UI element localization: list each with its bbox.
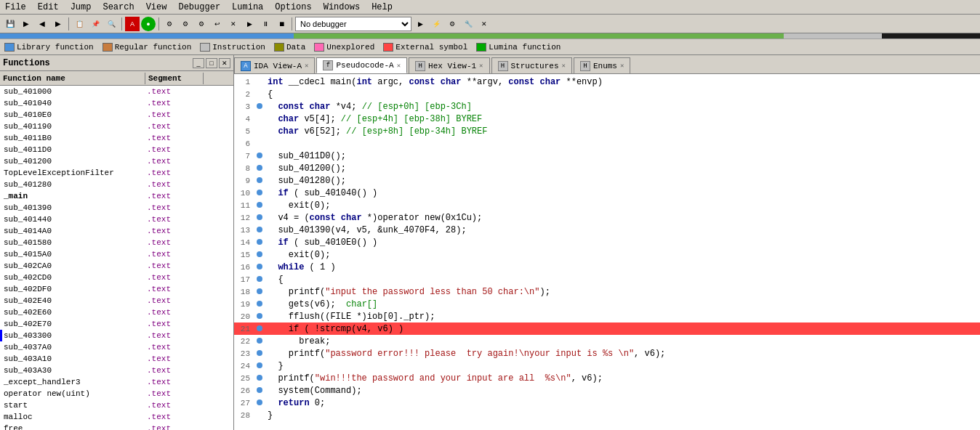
panel-close[interactable]: ✕ [219, 58, 230, 68]
tab-ida-view-a[interactable]: AIDA View-A✕ [234, 57, 315, 73]
function-row[interactable]: sub_4010E0.text [0, 109, 233, 121]
menu-help[interactable]: Help [369, 1, 395, 13]
function-row[interactable]: sub_401040.text [0, 97, 233, 109]
toolbar-btn-step[interactable]: ⚙ [162, 17, 177, 31]
tab-close-btn[interactable]: ✕ [620, 62, 624, 70]
code-line[interactable]: 5 char v6[52]; // [esp+8h] [ebp-34h] BYR… [234, 125, 980, 137]
function-row[interactable]: sub_401200.text [0, 155, 233, 167]
toolbar-debug-btn2[interactable]: ⚡ [429, 17, 443, 31]
code-line[interactable]: 17 { [234, 273, 980, 285]
code-line[interactable]: 10 if ( sub_401040() ) [234, 187, 980, 199]
tab-structures[interactable]: HStructures✕ [491, 57, 572, 73]
function-row[interactable]: malloc.text [0, 411, 233, 423]
function-row[interactable]: free.text [0, 423, 233, 430]
function-row[interactable]: sub_403A30.text [0, 365, 233, 376]
toolbar-btn-fwd[interactable]: ▶ [51, 17, 65, 31]
debugger-select[interactable]: No debugger [295, 17, 411, 31]
code-line[interactable]: 20 fflush((FILE *)iob[0]._ptr); [234, 310, 980, 322]
code-line[interactable]: 1int __cdecl main(int argc, const char *… [234, 76, 980, 88]
menu-debugger[interactable]: Debugger [176, 1, 222, 13]
tab-close-btn[interactable]: ✕ [397, 62, 401, 70]
tab-pseudocode-a[interactable]: fPseudocode-A✕ [316, 57, 407, 73]
code-line[interactable]: 22 break; [234, 335, 980, 347]
toolbar-btn-green[interactable]: ● [141, 17, 156, 31]
code-line[interactable]: 24 } [234, 360, 980, 372]
code-line[interactable]: 27 return 0; [234, 397, 980, 409]
panel-restore[interactable]: □ [206, 58, 217, 68]
function-row[interactable]: sub_401440.text [0, 214, 233, 225]
code-line[interactable]: 16 while ( 1 ) [234, 261, 980, 273]
functions-list[interactable]: sub_401000.textsub_401040.textsub_4010E0… [0, 86, 233, 430]
tab-close-btn[interactable]: ✕ [305, 62, 308, 70]
toolbar-btn-back[interactable]: ◀ [35, 17, 49, 31]
function-row[interactable]: sub_4015A0.text [0, 248, 233, 260]
toolbar-btn-1[interactable]: 💾 [3, 17, 17, 31]
code-line[interactable]: 2{ [234, 88, 980, 100]
code-line[interactable]: 13 sub_401390(v4, v5, &unk_4070F4, 28); [234, 224, 980, 236]
code-line[interactable]: 23 printf("password error!!! please try … [234, 347, 980, 360]
code-line[interactable]: 14 if ( sub_4010E0() ) [234, 236, 980, 248]
tab-hex-view-1[interactable]: HHex View-1✕ [409, 57, 489, 73]
code-line[interactable]: 12 v4 = (const char *)operator new(0x1Cu… [234, 211, 980, 224]
menu-file[interactable]: File [3, 1, 28, 13]
code-line[interactable]: 8 sub_401200(); [234, 162, 980, 174]
toolbar-btn-run[interactable]: A [125, 17, 140, 31]
menu-lumina[interactable]: Lumina [230, 1, 265, 13]
function-row[interactable]: sub_401580.text [0, 237, 233, 248]
code-line[interactable]: 3 const char *v4; // [esp+0h] [ebp-3Ch] [234, 100, 980, 113]
function-row[interactable]: sub_401000.text [0, 86, 233, 97]
function-row[interactable]: sub_403A10.text [0, 353, 233, 365]
function-row[interactable]: sub_401390.text [0, 202, 233, 214]
toolbar-btn-paste[interactable]: 📌 [88, 17, 103, 31]
function-row[interactable]: start.text [0, 399, 233, 411]
code-line[interactable]: 6 [234, 137, 980, 150]
code-line[interactable]: 7 sub_4011D0(); [234, 150, 980, 162]
menu-windows[interactable]: Windows [321, 1, 362, 13]
function-row[interactable]: sub_402CD0.text [0, 272, 233, 283]
toolbar-pause[interactable]: ⏸ [258, 17, 273, 31]
function-row[interactable]: sub_4011B0.text [0, 132, 233, 144]
function-row[interactable]: sub_4037A0.text [0, 341, 233, 353]
toolbar-debug-btn5[interactable]: ✕ [477, 17, 491, 31]
toolbar-debug-btn1[interactable]: ▶ [413, 17, 427, 31]
toolbar-stop[interactable]: ⏹ [274, 17, 289, 31]
function-row[interactable]: sub_4014A0.text [0, 225, 233, 237]
tab-enums[interactable]: HEnums✕ [574, 57, 630, 73]
toolbar-btn-3[interactable]: 🔍 [104, 17, 119, 31]
tab-close-btn[interactable]: ✕ [479, 62, 483, 70]
function-row[interactable]: sub_402DF0.text [0, 283, 233, 295]
code-line[interactable]: 25 printf("win!!!the password and your i… [234, 372, 980, 384]
toolbar-play[interactable]: ▶ [242, 17, 257, 31]
menu-edit[interactable]: Edit [36, 1, 61, 13]
function-row[interactable]: sub_4011D0.text [0, 144, 233, 155]
function-row[interactable]: _main.text [0, 190, 233, 202]
code-line[interactable]: 19 gets(v6); char[] [234, 298, 980, 310]
menu-search[interactable]: Search [100, 1, 136, 13]
toolbar-debug-btn4[interactable]: 🔧 [461, 17, 475, 31]
function-row[interactable]: operator new(uint).text [0, 388, 233, 399]
toolbar-debug-btn3[interactable]: ⚙ [445, 17, 459, 31]
code-area[interactable]: 1int __cdecl main(int argc, const char *… [234, 74, 980, 430]
function-row[interactable]: sub_402E60.text [0, 307, 233, 318]
menu-view[interactable]: View [144, 1, 169, 13]
toolbar-btn-copy[interactable]: 📋 [72, 17, 87, 31]
code-line[interactable]: 21 if ( !strcmp(v4, v6) ) [234, 322, 980, 335]
code-line[interactable]: 26 system(Command); [234, 384, 980, 397]
toolbar-btn-step4[interactable]: ↩ [210, 17, 225, 31]
panel-minimize[interactable]: _ [193, 58, 204, 68]
code-line[interactable]: 28} [234, 409, 980, 421]
menu-jump[interactable]: Jump [68, 1, 94, 13]
toolbar-btn-step5[interactable]: ✕ [226, 17, 241, 31]
code-line[interactable]: 9 sub_401280(); [234, 174, 980, 187]
function-row[interactable]: sub_401190.text [0, 121, 233, 132]
tab-close-btn[interactable]: ✕ [562, 62, 566, 70]
code-line[interactable]: 15 exit(0); [234, 248, 980, 261]
function-row[interactable]: sub_402E40.text [0, 295, 233, 307]
toolbar-btn-step2[interactable]: ⚙ [178, 17, 193, 31]
toolbar-btn-2[interactable]: ▶ [19, 17, 33, 31]
function-row[interactable]: sub_403300.text [0, 330, 233, 341]
function-row[interactable]: sub_402CA0.text [0, 260, 233, 272]
function-row[interactable]: sub_402E70.text [0, 318, 233, 330]
code-line[interactable]: 11 exit(0); [234, 199, 980, 211]
toolbar-btn-step3[interactable]: ⚙ [194, 17, 209, 31]
